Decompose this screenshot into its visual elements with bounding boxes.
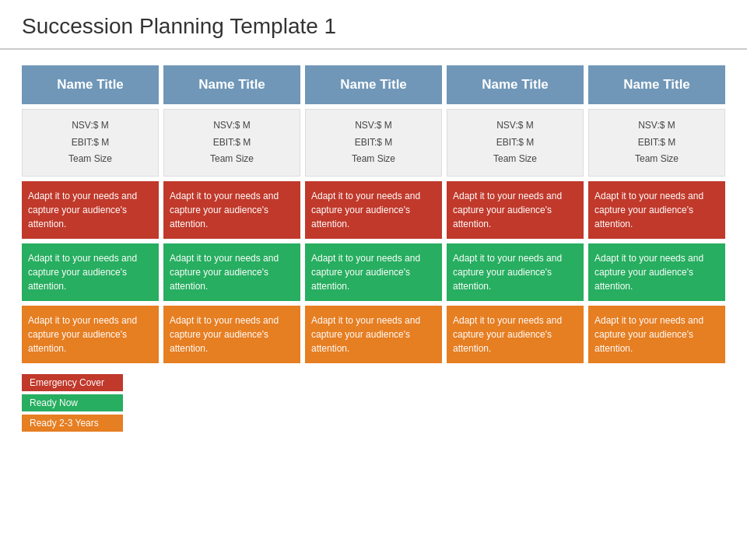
legend-emergency-label: Emergency Cover (30, 377, 104, 388)
succession-grid: Name Title Name Title Name Title Name Ti… (22, 65, 725, 363)
legend: Emergency Cover Ready Now Ready 2-3 Year… (22, 374, 725, 432)
col-header-2: Name Title (163, 65, 300, 104)
ebit-label-5: EBIT:$ M (595, 135, 718, 152)
nsv-label-2: NSV:$ M (170, 117, 293, 135)
info-cell-3: NSV:$ M EBIT:$ M Team Size (305, 109, 442, 177)
nsv-label-3: NSV:$ M (312, 117, 435, 135)
green-text-1: Adapt it to your needs and capture your … (28, 253, 137, 292)
legend-ready-now-label: Ready Now (30, 397, 78, 408)
red-text-4: Adapt it to your needs and capture your … (453, 191, 562, 229)
col-header-4-title: Name Title (482, 77, 549, 92)
orange-cell-4: Adapt it to your needs and capture your … (447, 306, 584, 363)
green-text-4: Adapt it to your needs and capture your … (453, 253, 562, 292)
col-header-3-title: Name Title (340, 77, 407, 92)
orange-text-1: Adapt it to your needs and capture your … (28, 315, 137, 354)
main-content: Name Title Name Title Name Title Name Ti… (0, 50, 747, 444)
green-text-3: Adapt it to your needs and capture your … (311, 253, 420, 292)
green-cell-4: Adapt it to your needs and capture your … (447, 243, 584, 301)
red-cell-4: Adapt it to your needs and capture your … (447, 181, 584, 239)
ebit-label-3: EBIT:$ M (312, 135, 435, 152)
legend-ready-years-label: Ready 2-3 Years (30, 418, 99, 429)
red-cell-1: Adapt it to your needs and capture your … (22, 181, 159, 239)
red-text-1: Adapt it to your needs and capture your … (28, 191, 137, 229)
nsv-label-4: NSV:$ M (454, 117, 577, 135)
orange-text-2: Adapt it to your needs and capture your … (170, 315, 279, 354)
green-cell-1: Adapt it to your needs and capture your … (22, 243, 159, 301)
ebit-label-2: EBIT:$ M (170, 135, 293, 152)
col-header-3: Name Title (305, 65, 442, 104)
col-header-4: Name Title (447, 65, 584, 104)
green-cell-2: Adapt it to your needs and capture your … (163, 243, 300, 301)
legend-ready-now: Ready Now (22, 394, 123, 411)
col-header-5-title: Name Title (623, 77, 690, 92)
red-cell-3: Adapt it to your needs and capture your … (305, 181, 442, 239)
legend-ready-years: Ready 2-3 Years (22, 415, 123, 432)
red-cell-5: Adapt it to your needs and capture your … (588, 181, 725, 239)
orange-cell-1: Adapt it to your needs and capture your … (22, 306, 159, 363)
team-label-4: Team Size (454, 151, 577, 168)
col-header-1: Name Title (22, 65, 159, 104)
team-label-5: Team Size (595, 151, 718, 168)
page-title: Succession Planning Template 1 (0, 0, 747, 50)
red-text-5: Adapt it to your needs and capture your … (594, 191, 703, 229)
ebit-label-1: EBIT:$ M (29, 135, 152, 152)
orange-text-4: Adapt it to your needs and capture your … (453, 315, 562, 354)
team-label-1: Team Size (29, 151, 152, 168)
col-header-1-title: Name Title (57, 77, 124, 92)
orange-text-5: Adapt it to your needs and capture your … (594, 315, 703, 354)
red-text-3: Adapt it to your needs and capture your … (311, 191, 420, 229)
orange-cell-2: Adapt it to your needs and capture your … (163, 306, 300, 363)
team-label-3: Team Size (312, 151, 435, 168)
ebit-label-4: EBIT:$ M (454, 135, 577, 152)
info-cell-5: NSV:$ M EBIT:$ M Team Size (588, 109, 725, 177)
nsv-label-5: NSV:$ M (595, 117, 718, 135)
orange-cell-3: Adapt it to your needs and capture your … (305, 306, 442, 363)
red-text-2: Adapt it to your needs and capture your … (170, 191, 279, 229)
orange-cell-5: Adapt it to your needs and capture your … (588, 306, 725, 363)
nsv-label-1: NSV:$ M (29, 117, 152, 135)
info-cell-1: NSV:$ M EBIT:$ M Team Size (22, 109, 159, 177)
col-header-5: Name Title (588, 65, 725, 104)
col-header-2-title: Name Title (198, 77, 265, 92)
info-cell-4: NSV:$ M EBIT:$ M Team Size (447, 109, 584, 177)
green-text-2: Adapt it to your needs and capture your … (170, 253, 279, 292)
orange-text-3: Adapt it to your needs and capture your … (311, 315, 420, 354)
legend-emergency: Emergency Cover (22, 374, 123, 391)
team-label-2: Team Size (170, 151, 293, 168)
red-cell-2: Adapt it to your needs and capture your … (163, 181, 300, 239)
green-text-5: Adapt it to your needs and capture your … (594, 253, 703, 292)
green-cell-3: Adapt it to your needs and capture your … (305, 243, 442, 301)
info-cell-2: NSV:$ M EBIT:$ M Team Size (163, 109, 300, 177)
green-cell-5: Adapt it to your needs and capture your … (588, 243, 725, 301)
